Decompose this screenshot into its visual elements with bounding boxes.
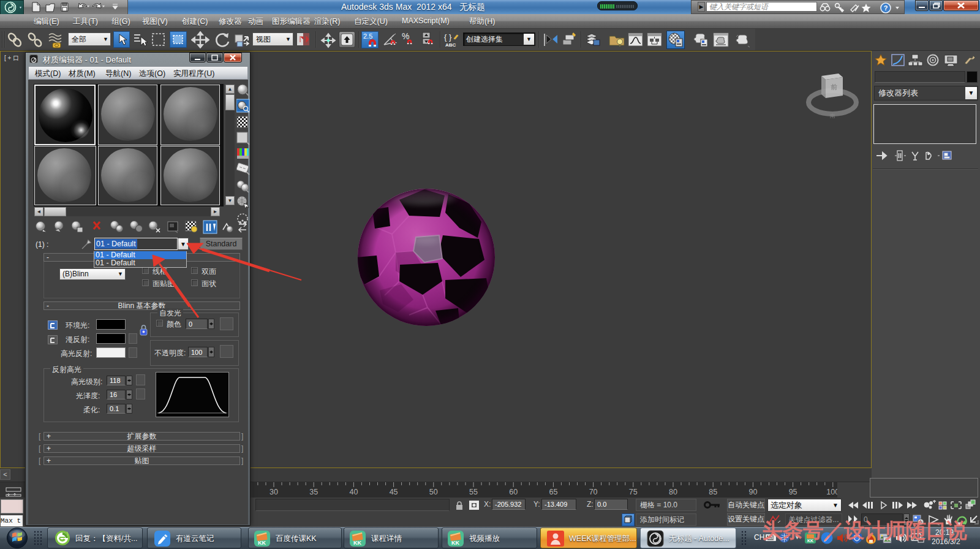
svg-text:55: 55 bbox=[469, 488, 478, 496]
svg-text:KK: KK bbox=[258, 540, 266, 546]
svg-text:?: ? bbox=[884, 4, 888, 12]
svg-text:30: 30 bbox=[270, 488, 278, 496]
svg-text:南: 南 bbox=[830, 113, 835, 119]
svg-text:ABC: ABC bbox=[445, 42, 456, 48]
svg-text:80: 80 bbox=[669, 488, 677, 496]
svg-text:100: 100 bbox=[826, 488, 837, 496]
svg-text:50: 50 bbox=[429, 488, 438, 496]
svg-text:KK: KK bbox=[451, 540, 459, 546]
svg-text:{ }: { } bbox=[444, 32, 452, 42]
svg-text:90: 90 bbox=[748, 488, 757, 496]
svg-text:%: % bbox=[402, 31, 409, 41]
svg-text:65: 65 bbox=[549, 488, 557, 496]
svg-text:45: 45 bbox=[390, 488, 398, 496]
svg-text:40: 40 bbox=[349, 488, 358, 496]
svg-text:前: 前 bbox=[831, 83, 838, 91]
svg-text:35: 35 bbox=[309, 488, 318, 496]
svg-text:70: 70 bbox=[589, 488, 598, 496]
svg-text:60: 60 bbox=[509, 488, 518, 496]
svg-text:75: 75 bbox=[629, 488, 638, 496]
svg-text:95: 95 bbox=[789, 488, 797, 496]
svg-text:85: 85 bbox=[709, 488, 717, 496]
svg-text:KK: KK bbox=[353, 540, 361, 546]
